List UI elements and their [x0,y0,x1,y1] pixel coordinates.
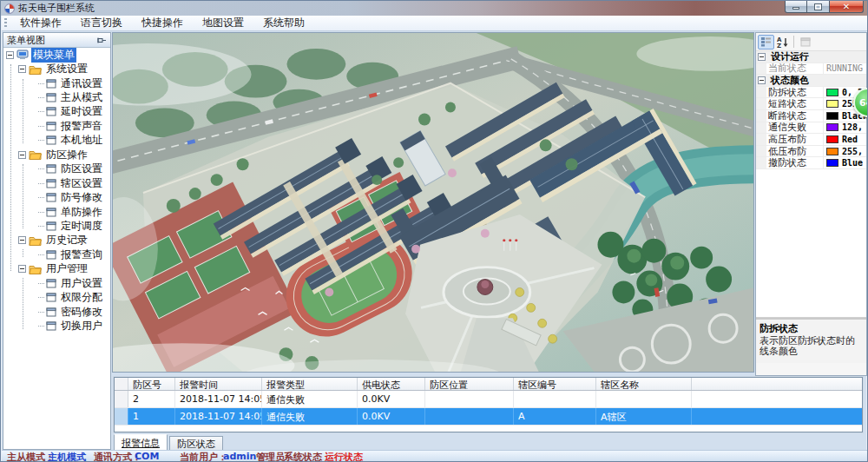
tree-leaf-master-slave[interactable]: 主从模式 [3,90,110,104]
property-grid-empty [756,169,866,318]
prop-disarm-color[interactable]: 撤防状态Blue [756,157,866,169]
col-district-name[interactable]: 辖区名称 [596,378,692,390]
menu-map-settings[interactable]: 地图设置 [193,15,253,32]
map-view[interactable] [112,32,754,373]
tree-leaf-user-settings[interactable]: 用户设置 [3,276,110,290]
form-icon [46,107,56,116]
minimize-button[interactable] [785,1,807,13]
status-mode-value: 主机模式 [48,451,86,462]
tree-leaf-comm-settings[interactable]: 通讯设置 [3,76,110,90]
sort-alpha-icon: A Z [777,36,789,48]
row-selector[interactable] [115,408,128,425]
sidebar: 菜单视图 模块菜单 系统设置 通讯设置 [3,32,111,450]
prop-tamper-color[interactable]: 防拆状态0, 255, 64 [756,87,866,99]
collapse-icon[interactable] [18,151,26,159]
category-state-colors[interactable]: 状态颜色 [756,75,866,87]
alarm-table-header: 防区号 报警时间 报警类型 供电状态 防区位置 辖区编号 辖区名称 [115,378,862,391]
col-zone-number[interactable]: 防区号 [128,378,175,390]
tree-leaf-change-password[interactable]: 密码修改 [3,305,110,319]
category-design-run[interactable]: 设计运行 [756,51,866,63]
row-selector[interactable] [115,391,128,407]
collapse-icon[interactable] [758,53,766,61]
col-alarm-type[interactable]: 报警类型 [262,378,358,390]
status-user-label: 当前用户： [180,451,227,462]
tree-leaf-permissions[interactable]: 权限分配 [3,290,110,304]
help-text: 表示防区防拆状态时的线条颜色 [760,336,863,358]
property-help-box: 防拆状态 表示防区防拆状态时的线条颜色 [756,318,866,363]
status-system-value: 运行状态 [325,451,363,462]
collapse-icon[interactable] [6,51,14,59]
menu-language[interactable]: 语言切换 [71,15,132,32]
collapse-icon[interactable] [18,236,26,244]
tree-node-module-menu[interactable]: 模块菜单 [3,48,110,62]
table-row-selected[interactable]: 1 2018-11-07 14:05:42 通信失败 0.0KV A A辖区 [115,408,862,426]
form-icon [46,307,56,317]
tree-leaf-delay-settings[interactable]: 延时设置 [3,105,110,119]
prop-high-voltage-color[interactable]: 高压布防Red [756,134,866,146]
status-comm-value: COM [135,451,159,462]
status-user-value: admin [223,451,256,462]
color-swatch [826,100,838,108]
menu-software[interactable]: 软件操作 [10,15,71,32]
tree-leaf-alarm-query[interactable]: 报警查询 [3,248,110,261]
tree-node-history[interactable]: 历史记录 [3,234,110,248]
tree-node-user-management[interactable]: 用户管理 [3,262,110,276]
maximize-button[interactable] [807,1,829,13]
tree-leaf-zone-number-edit[interactable]: 防号修改 [3,190,110,204]
tree-leaf-single-zone-op[interactable]: 单防操作 [3,205,110,219]
form-icon [46,221,56,231]
pin-icon[interactable] [97,36,107,45]
form-icon [46,321,56,331]
form-icon [46,179,56,188]
tree-leaf-zone-settings[interactable]: 防区设置 [3,162,110,176]
color-swatch [826,159,838,167]
col-alarm-time[interactable]: 报警时间 [175,378,262,390]
color-swatch [826,135,838,143]
svg-text:Z: Z [777,43,781,48]
collapse-icon[interactable] [18,265,26,273]
menu-help[interactable]: 系统帮助 [253,15,314,32]
tree-leaf-district-settings[interactable]: 辖区设置 [3,176,110,190]
collapse-icon[interactable] [18,65,26,73]
col-power-state[interactable]: 供电状态 [358,378,425,390]
form-icon [46,164,56,174]
tree-leaf-alarm-sound[interactable]: 报警声音 [3,119,110,133]
tree-leaf-local-address[interactable]: 本机地址 [3,134,110,148]
prop-comm-fail-color[interactable]: 通信失败128, 0, 255 [756,122,866,135]
prop-short-circuit-color[interactable]: 短路状态255, 255, 128 [756,98,866,110]
tree-node-system-settings[interactable]: 系统设置 [3,62,110,76]
tree-node-zone-ops[interactable]: 防区操作 [3,148,110,162]
property-panel: A Z 设计运行 当前状态RUNNING 状态颜色 防拆状态0, 255, 64… [755,32,867,376]
prop-current-state[interactable]: 当前状态RUNNING [756,63,866,76]
bottom-tab-bar: 报警信息 防区状态 [114,435,863,450]
col-zone-location[interactable]: 防区位置 [425,378,514,390]
sort-alpha-button[interactable]: A Z [774,35,791,50]
col-district-number[interactable]: 辖区编号 [514,378,596,390]
form-icon [46,293,56,302]
menu-bar: 软件操作 语言切换 快捷操作 地图设置 系统帮助 [2,16,868,31]
form-icon [46,279,56,288]
property-toolbar: A Z [756,33,866,51]
minimize-icon [792,7,799,10]
categorized-button[interactable] [758,35,774,50]
status-user-role: 管理员 [256,451,285,462]
close-icon: ✕ [843,3,850,11]
title-bar[interactable]: 拓天电子围栏系统 ✕ [1,1,868,16]
computer-icon [16,50,29,60]
form-icon [46,122,56,131]
close-button[interactable]: ✕ [829,1,864,13]
table-row[interactable]: 2 2018-11-07 14:05:42 通信失败 0.0KV [115,391,862,408]
menu-shortcut[interactable]: 快捷操作 [132,15,193,32]
categorized-icon [760,36,772,47]
tree-leaf-switch-user[interactable]: 切换用户 [3,319,110,333]
app-logo-icon [4,3,15,14]
prop-open-circuit-color[interactable]: 断路状态Black [756,110,866,122]
tree-leaf-schedule[interactable]: 定时调度 [3,219,110,233]
campus-aerial-map [113,33,753,372]
menu-grip-icon[interactable] [4,18,7,29]
window-title: 拓天电子围栏系统 [18,2,95,15]
form-icon [46,79,56,89]
prop-low-voltage-color[interactable]: 低压布防255, 128, 0 [756,146,866,158]
collapse-icon[interactable] [758,76,766,84]
property-pages-button[interactable] [797,35,813,50]
